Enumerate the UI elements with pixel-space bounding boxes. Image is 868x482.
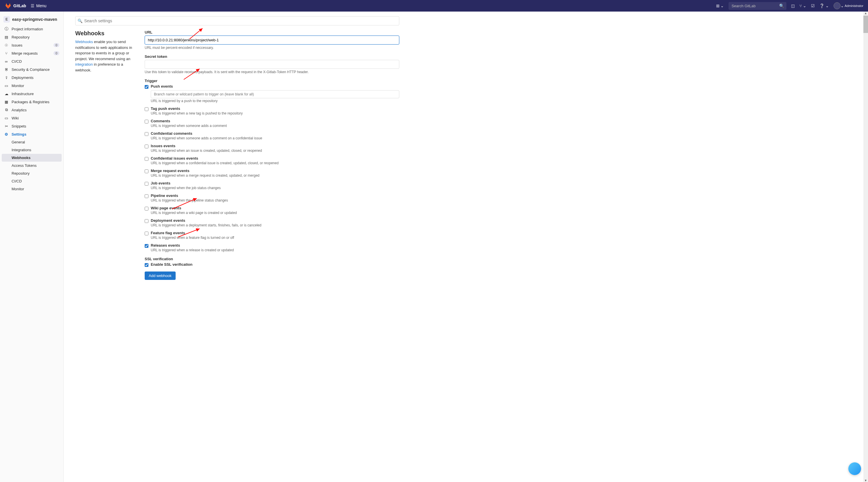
issues-shortcut[interactable]: ◫ — [791, 3, 795, 8]
settings-sub-general[interactable]: General — [0, 138, 63, 146]
add-webhook-button[interactable]: Add webhook — [145, 271, 176, 280]
url-input[interactable] — [145, 36, 399, 44]
trigger-checkbox[interactable] — [145, 232, 148, 235]
trigger-label: Job events — [151, 181, 399, 185]
nav-label: Security & Compliance — [11, 67, 50, 72]
trigger-checkbox[interactable] — [145, 182, 148, 186]
settings-search: 🔍 — [75, 16, 399, 26]
integration-link[interactable]: integration — [75, 62, 93, 66]
nav-label: Snippets — [11, 124, 26, 128]
new-dropdown[interactable]: ⊞ ⌄ — [716, 3, 724, 8]
user-menu[interactable]: ⌄ Administrator — [834, 2, 863, 9]
push-pattern-input[interactable] — [151, 90, 399, 98]
badge: 0 — [54, 51, 59, 55]
scroll-down-arrow[interactable]: ▼ — [863, 479, 868, 482]
trigger-job-events: Job eventsURL is triggered when the job … — [145, 181, 399, 190]
sidebar-item-merge-requests[interactable]: ⑂Merge requests0 — [0, 49, 63, 57]
settings-sub-monitor[interactable]: Monitor — [0, 185, 63, 193]
trigger-checkbox[interactable] — [145, 107, 148, 111]
trigger-checkbox[interactable] — [145, 244, 148, 248]
sidebar-item-project-information[interactable]: ⓘProject information — [0, 25, 63, 33]
sidebar-item-issues[interactable]: ☉Issues0 — [0, 41, 63, 49]
nav-icon: ▭ — [4, 83, 9, 88]
scrollbar-thumb[interactable] — [863, 15, 868, 33]
trigger-checkbox[interactable] — [145, 85, 148, 89]
sidebar-item-ci-cd[interactable]: ∞CI/CD — [0, 57, 63, 65]
nav-icon: ▤ — [4, 35, 9, 39]
trigger-checkbox[interactable] — [145, 169, 148, 173]
trigger-desc: URL is triggered when a confidential iss… — [151, 161, 399, 165]
menu-button[interactable]: ☰ Menu — [31, 3, 46, 8]
nav-icon: ▭ — [4, 116, 9, 120]
sidebar-item-analytics[interactable]: ⧉Analytics — [0, 106, 63, 114]
nav-icon: ⧉ — [4, 107, 9, 112]
trigger-checkbox[interactable] — [145, 132, 148, 136]
project-header[interactable]: E easy-springmvc-maven — [0, 14, 63, 25]
settings-sub-repository[interactable]: Repository — [0, 169, 63, 177]
trigger-push-events: Push eventsURL is triggered by a push to… — [145, 84, 399, 103]
trigger-desc: URL is triggered when a merge request is… — [151, 173, 399, 178]
nav-icon: ⚙ — [4, 132, 9, 136]
trigger-desc: URL is triggered by a push to the reposi… — [151, 99, 399, 103]
nav-icon: ✂ — [4, 124, 9, 128]
nav-icon: ▦ — [4, 99, 9, 104]
nav-icon: ☁ — [4, 91, 9, 96]
nav-icon: ☉ — [4, 43, 9, 47]
trigger-desc: URL is triggered when a deployment start… — [151, 223, 399, 227]
trigger-checkbox[interactable] — [145, 157, 148, 161]
trigger-checkbox[interactable] — [145, 120, 148, 124]
assistant-float-button[interactable] — [848, 462, 861, 475]
trigger-checkbox[interactable] — [145, 207, 148, 211]
nav-label: CI/CD — [11, 59, 22, 64]
trigger-checkbox[interactable] — [145, 144, 148, 148]
trigger-desc: URL is triggered when the pipeline statu… — [151, 198, 399, 202]
trigger-label: Comments — [151, 119, 399, 123]
search-input[interactable] — [728, 2, 786, 10]
sidebar-item-security-compliance[interactable]: ⛨Security & Compliance — [0, 65, 63, 73]
nav-icon: ⓘ — [4, 27, 9, 31]
trigger-label: Tag push events — [151, 106, 399, 111]
trigger-desc: URL is triggered when a release is creat… — [151, 248, 399, 252]
ssl-checkbox-label: Enable SSL verification — [151, 262, 399, 266]
todo-icon: ☑ — [811, 3, 815, 8]
sidebar-item-snippets[interactable]: ✂Snippets — [0, 122, 63, 130]
help-dropdown[interactable]: ❔ ⌄ — [819, 3, 829, 8]
trigger-feature-flag-events: Feature flag eventsURL is triggered when… — [145, 231, 399, 240]
sidebar-item-repository[interactable]: ▤Repository — [0, 33, 63, 41]
trigger-pipeline-events: Pipeline eventsURL is triggered when the… — [145, 193, 399, 202]
gitlab-logo[interactable]: GitLab — [5, 2, 26, 9]
trigger-label: Wiki page events — [151, 206, 399, 210]
nav-label: Deployments — [11, 75, 34, 80]
scroll-up-arrow[interactable]: ▲ — [863, 11, 868, 15]
sidebar-item-infrastructure[interactable]: ☁Infrastructure — [0, 90, 63, 98]
settings-sub-webhooks[interactable]: Webhooks — [2, 154, 62, 162]
search-icon: 🔍 — [78, 19, 83, 23]
sidebar-item-wiki[interactable]: ▭Wiki — [0, 114, 63, 122]
ssl-checkbox[interactable] — [145, 263, 148, 267]
settings-sub-access-tokens[interactable]: Access Tokens — [0, 162, 63, 169]
global-search: 🔍 — [728, 2, 786, 10]
sidebar-item-monitor[interactable]: ▭Monitor — [0, 82, 63, 90]
merge-requests-shortcut[interactable]: ⑂ ⌄ — [799, 3, 806, 8]
trigger-checkbox[interactable] — [145, 219, 148, 223]
settings-sub-ci-cd[interactable]: CI/CD — [0, 177, 63, 185]
sidebar-item-settings[interactable]: ⚙Settings — [0, 130, 63, 138]
trigger-confidential-comments: Confidential commentsURL is triggered wh… — [145, 131, 399, 140]
todos-shortcut[interactable]: ☑ — [811, 3, 815, 8]
plus-icon: ⊞ — [716, 3, 720, 8]
trigger-label: Feature flag events — [151, 231, 399, 235]
trigger-releases-events: Releases eventsURL is triggered when a r… — [145, 243, 399, 252]
trigger-desc: URL is triggered when someone adds a com… — [151, 136, 399, 140]
settings-sub-integrations[interactable]: Integrations — [0, 146, 63, 154]
trigger-checkbox[interactable] — [145, 194, 148, 198]
search-icon: 🔍 — [779, 3, 784, 8]
secret-input[interactable] — [145, 60, 399, 69]
sidebar-item-packages-registries[interactable]: ▦Packages & Registries — [0, 98, 63, 106]
webhooks-link[interactable]: Webhooks — [75, 40, 93, 44]
scrollbar[interactable]: ▲ ▼ — [863, 11, 868, 482]
secret-label: Secret token — [145, 54, 399, 59]
settings-search-input[interactable] — [75, 16, 399, 26]
sidebar-item-deployments[interactable]: ⇪Deployments — [0, 73, 63, 82]
nav-icon: ⇪ — [4, 75, 9, 80]
avatar — [834, 2, 840, 9]
